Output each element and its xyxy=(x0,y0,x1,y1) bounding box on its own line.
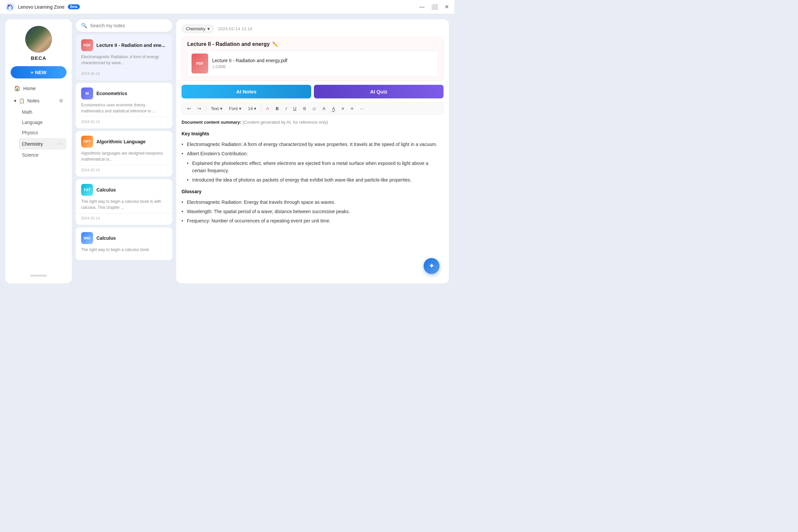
notes-header-left: ▾ 📋 Notes xyxy=(14,98,40,103)
minimize-button[interactable]: — xyxy=(419,4,424,10)
home-icon: 🏠 xyxy=(14,85,21,92)
pdf-attachment[interactable]: PDF Lecture II - Radiation and energy.pd… xyxy=(187,51,438,76)
ai-notes-button[interactable]: AI Notes xyxy=(182,85,311,98)
fab-icon: ✦ xyxy=(429,262,435,270)
notes-label: Notes xyxy=(27,98,40,103)
note-card-5-header: IMG Calculus xyxy=(81,232,167,244)
bold-button[interactable]: B xyxy=(273,105,281,112)
ai-quiz-button[interactable]: AI Quiz xyxy=(314,85,443,98)
size-dropdown[interactable]: 14 ▾ xyxy=(245,105,259,112)
more-options-icon[interactable]: ··· xyxy=(58,140,63,147)
list-button[interactable]: ≡ xyxy=(339,105,347,112)
divider xyxy=(76,69,172,69)
titlebar: Lenovo Learning Zone Beta — ⬜ ✕ xyxy=(0,0,454,14)
note-title-1: Lecture II - Radiation and ene... xyxy=(96,42,165,48)
font-dropdown[interactable]: Font ▾ xyxy=(226,105,244,112)
insights-list: Electromagnetic Radiation: A form of ene… xyxy=(182,141,443,184)
underline-button[interactable]: U xyxy=(291,105,299,112)
note-card-5[interactable]: IMG Calculus The right way to begin a ca… xyxy=(76,227,172,260)
align-button[interactable]: ≡ xyxy=(348,105,356,112)
sidebar: BECA + NEW 🏠 Home ▾ 📋 Notes ⊕ xyxy=(5,19,72,283)
content-topbar: Chemistry ▾ 2024-02-14 13.14 xyxy=(182,25,443,33)
beta-badge: Beta xyxy=(68,4,80,9)
notes-section: ▾ 📋 Notes ⊕ Math Language Physics xyxy=(11,95,66,160)
note-card-3[interactable]: PPT Algorithmic Language Algorithmic lan… xyxy=(76,131,172,176)
note-preview-1: Electromagnetic Radiation: A form of ene… xyxy=(81,54,167,66)
edit-icon[interactable]: ✏️ xyxy=(272,41,278,47)
avatar-image xyxy=(25,26,52,53)
maximize-button[interactable]: ⬜ xyxy=(431,4,438,10)
pdf-large-icon: PDF xyxy=(191,54,208,74)
close-button[interactable]: ✕ xyxy=(444,4,449,10)
divider xyxy=(76,213,172,213)
note-card-1[interactable]: PDF Lecture II - Radiation and ene... El… xyxy=(76,35,172,80)
sidebar-item-chemistry[interactable]: Chemistry ··· xyxy=(19,138,66,150)
note-card-4-header: TXT Calculus xyxy=(81,184,167,196)
note-title-5: Calculus xyxy=(96,235,116,241)
titlebar-left: Lenovo Learning Zone Beta xyxy=(5,2,80,12)
user-name: BECA xyxy=(31,55,46,61)
fab-button[interactable]: ✦ xyxy=(424,258,440,274)
add-note-icon[interactable]: ⊕ xyxy=(59,97,63,104)
sidebar-item-language[interactable]: Language xyxy=(19,117,66,127)
notes-list: PDF Lecture II - Radiation and ene... El… xyxy=(76,35,172,283)
clear-format-button[interactable]: ◇ xyxy=(310,105,319,112)
search-icon: 🔍 xyxy=(81,23,88,28)
user-profile: BECA xyxy=(11,26,66,61)
text-dropdown[interactable]: Text ▾ xyxy=(208,105,225,112)
note-card-4[interactable]: TXT Calculus The right way to begin a ca… xyxy=(76,179,172,225)
note-header-card: Lecture II - Radiation and energy ✏️ PDF… xyxy=(182,37,443,81)
chevron-down-icon: ▾ xyxy=(208,26,210,31)
note-header-title: Lecture II - Radiation and energy ✏️ xyxy=(187,41,438,47)
note-preview-4: The right way to begin a calculus book i… xyxy=(81,198,167,210)
note-card-3-header: PPT Algorithmic Language xyxy=(81,136,167,148)
list-item: Introduced the idea of photons as packet… xyxy=(182,176,443,184)
search-input[interactable] xyxy=(90,23,167,28)
list-item: Electromagnetic Radiation: Energy that t… xyxy=(182,198,443,206)
text-style-button[interactable]: A xyxy=(329,105,338,112)
note-badge-pdf: PDF xyxy=(81,39,93,51)
note-date-4: 2024-02-14 xyxy=(81,216,167,220)
glossary-list: Electromagnetic Radiation: Energy that t… xyxy=(182,198,443,225)
scroll-indicator xyxy=(30,274,47,277)
summary-label: Document content summary: (Content gener… xyxy=(182,119,443,126)
more-button[interactable]: ··· xyxy=(358,105,366,112)
divider xyxy=(76,117,172,117)
redo-button[interactable]: ↪ xyxy=(195,105,204,112)
sidebar-item-math[interactable]: Math xyxy=(19,107,66,117)
pdf-info: Lecture II - Radiation and energy.pdf 1.… xyxy=(212,58,287,69)
section-title-glossary: Glossary xyxy=(182,188,443,196)
svg-point-1 xyxy=(8,5,10,7)
sidebar-bottom xyxy=(11,272,66,277)
highlight-button[interactable]: A xyxy=(320,105,328,112)
list-item: Electromagnetic Radiation: A form of ene… xyxy=(182,141,443,148)
avatar xyxy=(25,26,52,53)
svg-point-0 xyxy=(6,3,14,11)
category-label: Chemistry xyxy=(186,26,206,31)
content-body: Document content summary: (Content gener… xyxy=(182,119,443,278)
chevron-down-icon: ▾ xyxy=(14,98,16,103)
font-color-button[interactable]: A xyxy=(263,105,272,112)
strikethrough-button[interactable]: S xyxy=(300,105,308,112)
notes-icon: 📋 xyxy=(19,98,25,103)
sidebar-item-physics[interactable]: Physics xyxy=(19,128,66,138)
note-card-2-header: W Econometrics xyxy=(81,88,167,99)
sidebar-item-home[interactable]: 🏠 Home xyxy=(11,82,66,94)
new-button[interactable]: + NEW xyxy=(11,66,66,78)
window-controls: — ⬜ ✕ xyxy=(419,4,449,10)
notes-children: Math Language Physics Chemistry ··· Scie… xyxy=(11,107,66,160)
toolbar-sep-2 xyxy=(261,106,261,112)
undo-button[interactable]: ↩ xyxy=(185,105,193,112)
italic-button[interactable]: I xyxy=(283,105,289,112)
content-panel: Chemistry ▾ 2024-02-14 13.14 Lecture II … xyxy=(176,19,449,283)
nav-items: 🏠 Home ▾ 📋 Notes ⊕ Math xyxy=(11,82,66,268)
note-title-2: Econometrics xyxy=(96,91,127,96)
sidebar-item-science[interactable]: Science xyxy=(19,150,66,160)
divider xyxy=(76,165,172,165)
note-preview-5: The right way to begin a calculus book xyxy=(81,247,167,253)
note-card-2[interactable]: W Econometrics Econometrics uses economi… xyxy=(76,83,172,128)
toolbar-sep-1 xyxy=(206,106,206,112)
notes-header[interactable]: ▾ 📋 Notes ⊕ xyxy=(11,95,66,107)
category-chip[interactable]: Chemistry ▾ xyxy=(182,25,214,33)
list-item: Albert Einstein's Contribution: xyxy=(182,150,443,157)
